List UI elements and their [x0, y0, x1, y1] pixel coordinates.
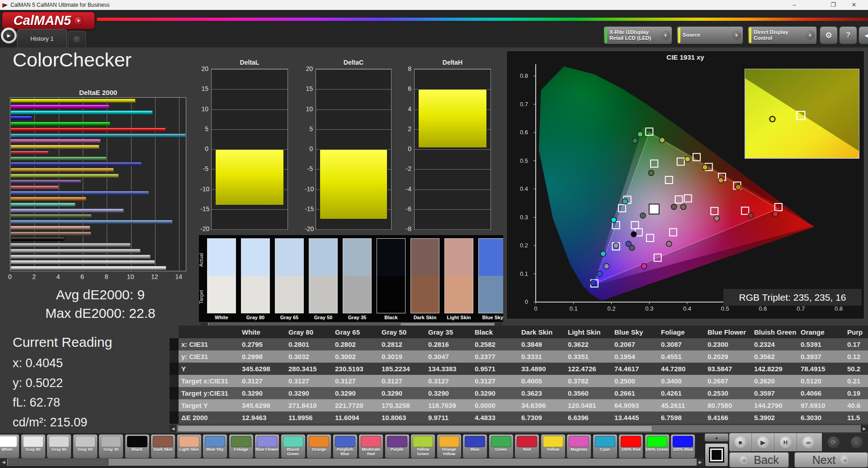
table-row: ΔE 200012.946311.995611.609410.80639.971… [179, 411, 868, 424]
x-tick-label: 4 [57, 273, 60, 280]
palette-button-bluish-green[interactable]: Bluish Green [281, 434, 306, 459]
palette-button-green[interactable]: Green [489, 434, 514, 459]
table-cell: 6.7309 [518, 414, 564, 421]
palette-button-gray-35[interactable]: Gray 35 [99, 434, 123, 459]
add-tab-button[interactable] [68, 31, 86, 47]
collapse-panel-button[interactable]: ◀ [859, 26, 868, 44]
table-cell: 5.3902 [750, 414, 797, 421]
actual-swatch [343, 239, 371, 276]
back-arrow-icon: « [739, 455, 749, 465]
de-bar-purplish-blue [10, 191, 149, 195]
palette-button-moderate-red[interactable]: Moderate Red [359, 434, 383, 459]
palette-button-blue-flower[interactable]: Blue Flower [255, 434, 279, 459]
table-cell: 0.5120 [797, 377, 844, 385]
stop-icon: ■ [735, 436, 746, 448]
actual-swatch [309, 239, 337, 276]
de-bar-yellow [10, 145, 99, 149]
meter-dropdown[interactable]: X-Rite i1Display Retail LCD (LED) ▼ [604, 26, 672, 44]
palette-label: Cyan [593, 448, 617, 452]
palette-label: Gray 50 [73, 448, 97, 452]
palette-swatch [205, 436, 225, 447]
target-swatch [241, 276, 269, 313]
tab-history-1[interactable]: History 1 [17, 29, 67, 47]
window-pattern-button[interactable] [704, 443, 729, 467]
back-button[interactable]: « Back [729, 452, 789, 468]
stop-button[interactable]: ■ [729, 433, 752, 451]
palette-button-magenta[interactable]: Magenta [566, 434, 591, 459]
minimize-button[interactable]: – [787, 0, 802, 9]
calman-logo-button[interactable]: CalMAN5 ▼ [2, 12, 95, 29]
swatch-label: Light Skin [444, 315, 473, 320]
scroll-right-icon[interactable]: ▶ [861, 425, 868, 432]
rainbow-gradient-bar [97, 18, 868, 21]
table-cell: 0.2661 [611, 389, 657, 397]
table-scroll-thumb[interactable] [178, 425, 652, 432]
table-cell: 0.3331 [518, 353, 564, 360]
nav-menu-button[interactable]: ▶ [1, 28, 17, 43]
next-button[interactable]: Next » [794, 452, 868, 468]
palette-button-blue-sky[interactable]: Blue Sky [203, 434, 227, 459]
pause-icon: H [780, 436, 792, 448]
palette-button-100-green[interactable]: 100% Green [645, 434, 670, 459]
page-title: ColorChecker [13, 49, 132, 71]
scroll-left-icon[interactable]: ◀ [0, 459, 7, 466]
palette-button-purplish-blue[interactable]: Purplish Blue [333, 434, 358, 459]
pause-button[interactable]: H [774, 433, 797, 451]
palette-button-orange[interactable]: Orange [307, 434, 331, 459]
palette-button-100-blue[interactable]: 100% Blue [670, 434, 695, 459]
palette-button-red[interactable]: Red [514, 434, 539, 459]
de-bar-yellow-green [10, 174, 119, 178]
swatch-label: Gray 65 [275, 315, 304, 320]
palette-button-yellow-green[interactable]: Yellow Green [410, 434, 435, 459]
palette-button-gray-50[interactable]: Gray 50 [73, 434, 98, 459]
palette-button-yellow[interactable]: Yellow [541, 434, 566, 459]
play-button[interactable]: ▶ [752, 433, 774, 451]
palette-swatch [23, 436, 43, 447]
palette-button-light-skin[interactable]: Light Skin [177, 434, 202, 459]
palette-button-gray-65[interactable]: Gray 65 [47, 434, 71, 459]
palette-button-foliage[interactable]: Foliage [229, 434, 254, 459]
cie-measured-dot [736, 184, 741, 190]
level-up-button[interactable]: ▲ [704, 433, 729, 442]
help-button[interactable]: ? [839, 26, 857, 44]
loop-button[interactable]: ∞ [797, 433, 820, 451]
palette-button-purple[interactable]: Purple [385, 434, 410, 459]
palette-button-orange-yellow[interactable]: Orange Yellow [437, 434, 462, 459]
palette-scroll-thumb[interactable] [8, 459, 108, 465]
palette-button-100-red[interactable]: 100% Red [618, 434, 643, 459]
y-tick-label: 5 [305, 125, 313, 132]
palette-button-blue[interactable]: Blue [462, 434, 487, 459]
y-tick-label: 4 [403, 105, 411, 113]
logo-dropdown-icon[interactable]: ▼ [74, 16, 83, 25]
palette-button-black[interactable]: Black [125, 434, 150, 459]
palette-button-white[interactable]: White [0, 434, 19, 459]
table-cell: 0.3290 [378, 389, 425, 397]
restore-button[interactable]: ❐ [826, 0, 841, 9]
palette-scrollbar[interactable]: ◀ ▶ [0, 459, 704, 466]
table-cell: 144.2790 [750, 402, 797, 409]
chevron-down-icon[interactable]: ▼ [661, 31, 670, 40]
tab-label: History 1 [30, 35, 53, 42]
table-cell: 0.5391 [797, 340, 844, 348]
chevron-down-icon[interactable]: ▼ [732, 31, 741, 40]
source-dropdown-label: Source [680, 32, 732, 38]
refresh-icon[interactable]: ⟳ [828, 436, 840, 448]
source-dropdown[interactable]: Source ▼ [677, 26, 743, 44]
cie-measured-dot [604, 264, 609, 269]
y-tick-label: 5 [200, 125, 208, 132]
table-scrollbar[interactable]: ◀ ▶ [170, 425, 868, 432]
table-cell: 0.3019 [378, 353, 425, 360]
column-header: Light Skin [564, 328, 611, 336]
scroll-right-icon[interactable]: ▶ [697, 459, 704, 466]
display-control-dropdown[interactable]: Direct Display Control ▼ [748, 26, 817, 44]
palette-button-dark-skin[interactable]: Dark Skin [151, 434, 175, 459]
svg-text:0.5: 0.5 [520, 157, 528, 164]
record-icon[interactable]: ○ [851, 436, 863, 448]
x-tick-label: 12 [151, 273, 158, 280]
close-button[interactable]: ✕ [846, 0, 862, 9]
palette-button-cyan[interactable]: Cyan [593, 434, 618, 459]
palette-button-gray-80[interactable]: Gray 80 [21, 434, 46, 459]
scroll-left-icon[interactable]: ◀ [170, 425, 177, 432]
settings-button[interactable]: ⚙ [820, 26, 838, 44]
chevron-down-icon[interactable]: ▼ [806, 31, 815, 40]
